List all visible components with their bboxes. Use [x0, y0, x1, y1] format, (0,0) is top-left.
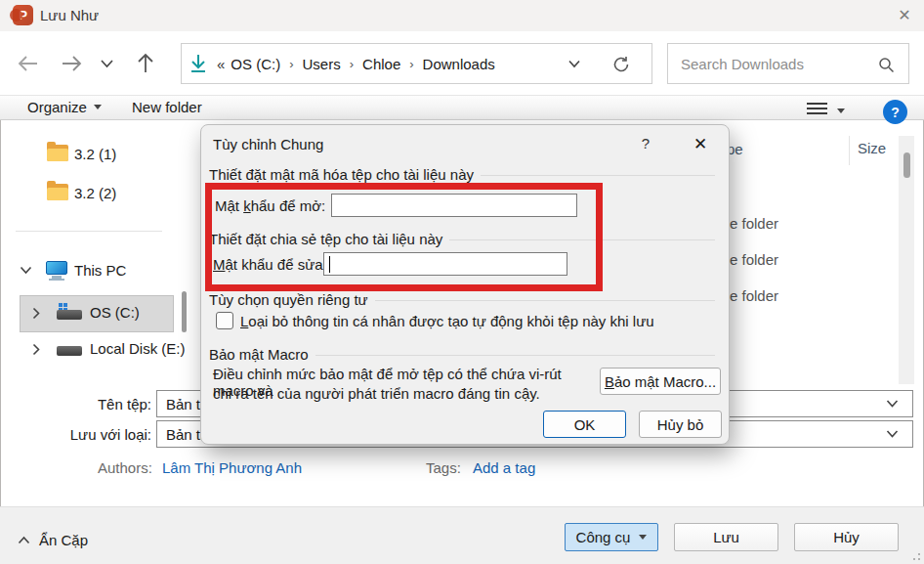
list-scrollbar-thumb[interactable]	[903, 152, 910, 178]
chevron-up-icon	[18, 536, 30, 544]
file-row-type: e folder	[730, 251, 778, 268]
cancel-button[interactable]: Hủy	[794, 523, 899, 551]
folder-icon	[47, 184, 68, 201]
search-icon[interactable]	[878, 57, 895, 73]
sidebar-item-os-c[interactable]: OS (C:)	[90, 304, 140, 321]
breadcrumb-downloads[interactable]: Downloads	[419, 56, 499, 72]
breadcrumb-separator: ›	[284, 57, 298, 71]
chevron-right-icon[interactable]	[32, 343, 40, 356]
view-list-icon[interactable]	[807, 103, 827, 117]
group-encrypt-header: Thiết đặt mật mã hóa tệp cho tài liệu nà…	[209, 166, 715, 183]
os-c-drive-icon	[57, 303, 82, 320]
new-folder-button[interactable]: New folder	[132, 99, 202, 115]
column-header-size[interactable]: Size	[858, 140, 886, 156]
file-row-type: e folder	[730, 287, 778, 304]
local-disk-e-drive-icon	[57, 339, 82, 356]
window-title: Lưu Như	[40, 7, 99, 23]
title-bar: P Lưu Như ✕	[0, 0, 924, 31]
breadcrumb-separator: ›	[404, 57, 418, 71]
powerpoint-icon: P	[13, 5, 33, 25]
window-close-button[interactable]: ✕	[885, 0, 924, 30]
macro-security-button[interactable]: Bảo mật Macro...	[600, 368, 721, 395]
column-divider[interactable]	[849, 136, 850, 165]
search-box	[667, 43, 909, 84]
annotation-highlight-rectangle	[205, 183, 603, 291]
dialog-help-button[interactable]: ?	[635, 135, 656, 152]
sidebar-scrollbar-thumb[interactable]	[182, 291, 187, 332]
navigation-bar: « OS (C:) › Users › Chloe › Downloads	[0, 31, 924, 96]
view-dropdown-arrow-icon[interactable]	[837, 108, 845, 113]
download-icon	[189, 54, 207, 73]
refresh-icon[interactable]	[612, 56, 630, 73]
breadcrumb-separator: ›	[345, 57, 358, 71]
organize-dropdown-arrow-icon	[94, 105, 102, 109]
authors-value-link[interactable]: Lâm Thị Phương Anh	[162, 459, 302, 476]
dialog-close-button[interactable]: ✕	[688, 134, 713, 154]
forward-arrow-icon[interactable]	[59, 51, 84, 76]
resize-grip[interactable]	[910, 550, 920, 560]
chevron-down-icon[interactable]	[20, 266, 32, 275]
folder-icon	[47, 145, 68, 162]
chevron-down-icon	[886, 429, 899, 439]
file-name-label: Tên tệp:	[73, 396, 151, 412]
sidebar-item-local-disk-e[interactable]: Local Disk (E:)	[90, 340, 186, 357]
sidebar-item-folder-2[interactable]: 3.2 (2)	[74, 185, 116, 201]
save-type-label: Lưu với loại:	[54, 426, 151, 443]
chevron-down-icon	[886, 399, 899, 409]
add-tag-link[interactable]: Add a tag	[473, 459, 535, 476]
tags-label: Tags:	[426, 459, 461, 476]
save-button[interactable]: Lưu	[674, 523, 778, 551]
command-toolbar: Organize New folder ?	[0, 96, 924, 120]
this-pc-icon	[46, 261, 67, 280]
authors-label: Authors:	[98, 459, 152, 476]
save-as-window: P Lưu Như ✕ « OS (C:) › Users › Chloe › …	[0, 0, 924, 564]
breadcrumb-os-c[interactable]: OS (C:)	[227, 56, 284, 72]
tools-button[interactable]: Công cụ	[565, 523, 658, 551]
hide-folders-button[interactable]: Ẩn Cặp	[18, 532, 88, 548]
sidebar-item-folder-1[interactable]: 3.2 (1)	[74, 146, 116, 162]
sidebar-item-this-pc[interactable]: This PC	[74, 262, 126, 279]
dialog-title: Tùy chỉnh Chung	[213, 136, 323, 152]
breadcrumb-prefix: «	[217, 56, 227, 72]
footer-bar: Ẩn Cặp Công cụ Lưu Hủy	[0, 506, 924, 564]
back-arrow-icon[interactable]	[16, 51, 41, 76]
breadcrumb-users[interactable]: Users	[299, 56, 345, 72]
tools-dropdown-arrow-icon	[639, 535, 647, 540]
address-bar[interactable]: « OS (C:) › Users › Chloe › Downloads	[181, 43, 652, 84]
recent-locations-chevron-icon[interactable]	[100, 58, 114, 69]
file-row-type: e folder	[730, 215, 778, 232]
breadcrumb-chloe[interactable]: Chloe	[358, 56, 404, 72]
address-dropdown-chevron-icon[interactable]	[567, 59, 581, 69]
ok-button[interactable]: OK	[543, 411, 626, 438]
organize-button[interactable]: Organize	[27, 99, 102, 115]
privacy-checkbox-label[interactable]: Loại bỏ thông tin cá nhân được tạo tự độ…	[240, 313, 654, 329]
macro-description-line2: chỉ ra tên của người phát triển macro đá…	[213, 385, 604, 402]
search-input[interactable]	[681, 45, 876, 82]
chevron-right-icon[interactable]	[32, 307, 40, 320]
dialog-cancel-button[interactable]: Hủy bỏ	[639, 411, 722, 438]
privacy-checkbox[interactable]	[216, 312, 233, 329]
up-arrow-icon[interactable]	[133, 51, 158, 76]
group-privacy-header: Tùy chọn quyền riêng tư	[209, 291, 715, 308]
help-button[interactable]: ?	[883, 100, 907, 124]
sidebar-divider	[16, 231, 162, 232]
group-macro-header: Bảo mật Macro	[209, 346, 715, 363]
